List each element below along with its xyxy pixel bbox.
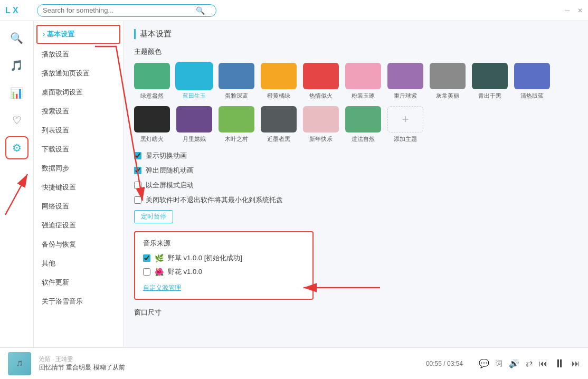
theme-color-1[interactable] (176, 63, 212, 89)
music-source-box: 音乐来源 🌿 野草 v1.0.0 [初始化成功] 🌺 野花 v1.0.0 自定义… (134, 231, 314, 300)
theme-color-10[interactable] (134, 106, 170, 132)
nav-item-about[interactable]: 关于洛雪音乐 (34, 292, 123, 311)
nav-item-search[interactable]: 搜索设置 (34, 102, 123, 121)
player-controls: 💬 词 🔊 ⇄ ⏮ ⏸ ⏭ (479, 357, 580, 371)
theme-color-5[interactable] (345, 63, 381, 89)
title-actions: ─ ✕ (565, 7, 583, 14)
theme-item-6[interactable]: 重斤球紫 (387, 63, 423, 100)
theme-item-13[interactable]: 近墨者黑 (261, 106, 297, 143)
theme-item-2[interactable]: 蛋雅深蓝 (219, 63, 254, 100)
theme-color-4[interactable] (303, 63, 339, 89)
theme-item-15[interactable]: 道法自然 (345, 106, 381, 143)
nav-item-desktop-lyrics[interactable]: 桌面歌词设置 (34, 83, 123, 102)
theme-label-7: 灰常美丽 (436, 92, 459, 100)
theme-color-12[interactable] (219, 106, 254, 132)
theme-label-3: 橙黄橘绿 (267, 92, 290, 100)
theme-label-11: 月里嫦娥 (183, 135, 206, 143)
theme-color-11[interactable] (176, 106, 212, 132)
theme-subtitle: 主题颜色 (134, 47, 577, 56)
theme-item-9[interactable]: 清热版蓝 (514, 63, 550, 100)
theme-label-5: 粉装玉琢 (352, 92, 375, 100)
nav-item-sync[interactable]: 数据同步 (34, 159, 123, 178)
window-size-title: 窗口尺寸 (134, 308, 577, 317)
theme-color-8[interactable] (472, 63, 508, 89)
repeat-button[interactable]: ⇄ (526, 358, 533, 368)
nav-item-network[interactable]: 网络设置 (34, 197, 123, 216)
theme-color-7[interactable] (430, 63, 466, 89)
nav-item-list[interactable]: 列表设置 (34, 121, 123, 140)
checkbox-tray[interactable] (134, 196, 141, 204)
lyrics-button[interactable]: 词 (496, 359, 502, 368)
theme-color-3[interactable] (261, 63, 297, 89)
nav-item-ocd[interactable]: 强迫症设置 (34, 216, 123, 235)
custom-manage-button[interactable]: 自定义源管理 (143, 283, 181, 292)
minimize-button[interactable]: ─ (565, 7, 570, 14)
play-pause-button[interactable]: ⏸ (554, 357, 565, 371)
checkbox-label-animation: 显示切换动画 (146, 151, 187, 160)
player-artist: 沧陌 · 王靖雯 (39, 355, 125, 363)
player-title: 回忆情节 重合明显 模糊了从前 (39, 363, 125, 372)
theme-color-15[interactable] (345, 106, 381, 132)
theme-label-12: 木叶之村 (225, 135, 248, 143)
search-input[interactable] (43, 6, 196, 14)
theme-item-5[interactable]: 粉装玉琢 (345, 63, 381, 100)
checkbox-row-fullscreen: 以全屏模式启动 (134, 181, 577, 190)
nav-item-update[interactable]: 软件更新 (34, 273, 123, 292)
checkbox-popup[interactable] (134, 167, 141, 174)
theme-item-10[interactable]: 黑灯瞎火 (134, 106, 170, 143)
sidebar-item-chart[interactable]: 📊 (5, 81, 29, 105)
nav-item-playback[interactable]: 播放设置 (34, 45, 123, 64)
checkbox-yehua[interactable] (143, 268, 150, 276)
sidebar-item-music[interactable]: 🎵 (5, 54, 29, 77)
theme-item-4[interactable]: 热情似火 (303, 63, 339, 100)
theme-color-14[interactable] (303, 106, 339, 132)
checkbox-label-fullscreen: 以全屏模式启动 (146, 181, 194, 190)
theme-item-0[interactable]: 绿意盎然 (134, 63, 170, 100)
comment-button[interactable]: 💬 (479, 358, 489, 368)
volume-button[interactable]: 🔊 (509, 358, 519, 368)
theme-label-6: 重斤球紫 (394, 92, 417, 100)
theme-color-6[interactable] (387, 63, 423, 89)
add-theme-button[interactable]: + (387, 106, 423, 132)
sidebar-item-favorite[interactable]: ♡ (5, 109, 29, 132)
yecao-label: 野草 v1.0.0 [初始化成功] (168, 253, 242, 263)
content-area: 基本设置 主题颜色 绿意盎然蓝田生玉蛋雅深蓝橙黄橘绿热情似火粉装玉琢重斤球紫灰常… (124, 21, 588, 347)
theme-color-0[interactable] (134, 63, 170, 89)
player-time: 00:55 / 03:54 (426, 360, 463, 367)
music-source-title: 音乐来源 (143, 239, 305, 248)
icon-sidebar: 🔍 🎵 📊 ♡ ⚙ (0, 21, 34, 347)
checkbox-yecao[interactable] (143, 254, 150, 262)
nav-item-notify[interactable]: 播放通知页设置 (34, 64, 123, 83)
checkbox-label-popup: 弹出层随机动画 (146, 166, 194, 175)
nav-item-shortcuts[interactable]: 快捷键设置 (34, 178, 123, 197)
search-icon[interactable]: 🔍 (196, 6, 205, 15)
sidebar-item-settings[interactable]: ⚙ (5, 136, 29, 159)
add-theme-label: 添加主题 (394, 135, 417, 143)
close-button[interactable]: ✕ (577, 7, 583, 14)
nav-item-other[interactable]: 其他 (34, 254, 123, 273)
sidebar-item-search[interactable]: 🔍 (5, 26, 29, 50)
theme-color-13[interactable] (261, 106, 297, 132)
theme-item-3[interactable]: 橙黄橘绿 (261, 63, 297, 100)
nav-item-backup[interactable]: 备份与恢复 (34, 235, 123, 254)
next-button[interactable]: ⏭ (572, 359, 580, 368)
theme-color-2[interactable] (219, 63, 254, 89)
theme-item-7[interactable]: 灰常美丽 (430, 63, 466, 100)
prev-button[interactable]: ⏮ (539, 359, 547, 368)
theme-color-9[interactable] (514, 63, 550, 89)
theme-item-12[interactable]: 木叶之村 (219, 106, 254, 143)
titlebar: L X 🔍 ─ ✕ (0, 0, 588, 21)
timed-pause-button[interactable]: 定时暂停 (134, 210, 173, 223)
theme-item-14[interactable]: 新年快乐 (303, 106, 339, 143)
search-box: 🔍 (37, 4, 216, 17)
nav-item-download[interactable]: 下载设置 (34, 140, 123, 159)
checkbox-fullscreen[interactable] (134, 182, 141, 189)
theme-item-1[interactable]: 蓝田生玉 (176, 63, 212, 100)
theme-label-0: 绿意盎然 (140, 92, 164, 100)
nav-item-basic[interactable]: › 基本设置 (36, 25, 120, 44)
theme-item-11[interactable]: 月里嫦娥 (176, 106, 212, 143)
checkbox-animation[interactable] (134, 152, 141, 159)
theme-item-8[interactable]: 青出于黑 (472, 63, 508, 100)
nav-arrow: › (43, 30, 45, 38)
theme-item-16[interactable]: +添加主题 (387, 106, 423, 143)
